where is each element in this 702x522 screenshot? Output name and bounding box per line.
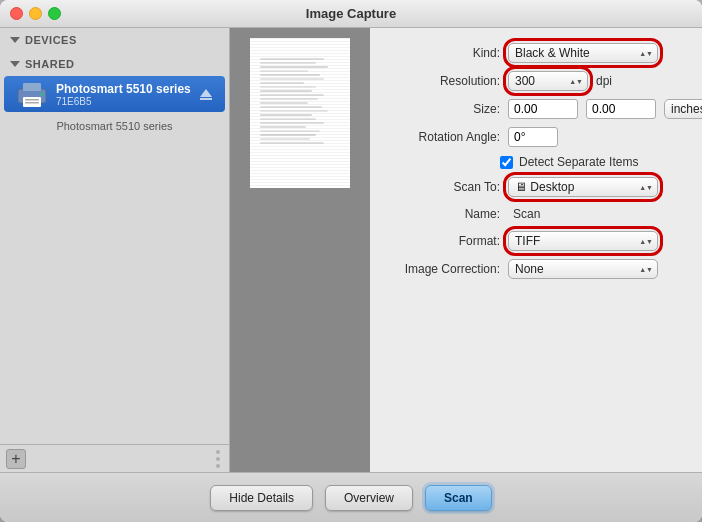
resize-handle[interactable] bbox=[213, 449, 223, 469]
size-width-input[interactable] bbox=[508, 99, 578, 119]
size-unit-wrapper: inches cm bbox=[664, 99, 702, 119]
preview-line bbox=[260, 82, 304, 84]
printer-icon bbox=[16, 81, 48, 107]
shared-section-header: SHARED bbox=[0, 52, 229, 76]
preview-line bbox=[260, 134, 316, 136]
preview-line bbox=[260, 70, 308, 72]
preview-line bbox=[260, 106, 322, 108]
minimize-button[interactable] bbox=[29, 7, 42, 20]
size-unit-select[interactable]: inches cm bbox=[664, 99, 702, 119]
dot bbox=[216, 450, 220, 454]
preview-line bbox=[260, 130, 320, 132]
rotation-label: Rotation Angle: bbox=[390, 130, 500, 144]
sidebar-footer: + bbox=[0, 444, 229, 472]
size-height-input[interactable] bbox=[586, 99, 656, 119]
preview-line bbox=[260, 98, 318, 100]
dpi-unit-label: dpi bbox=[596, 74, 612, 88]
scan-to-label: Scan To: bbox=[390, 180, 500, 194]
preview-line bbox=[260, 58, 324, 60]
scan-to-row: Scan To: 🖥 Desktop Documents Pictures bbox=[390, 177, 682, 197]
preview-content bbox=[260, 58, 340, 144]
devices-label: DEVICES bbox=[25, 34, 77, 46]
titlebar: Image Capture bbox=[0, 0, 702, 28]
rotation-row: Rotation Angle: bbox=[390, 127, 682, 147]
kind-select-wrapper: Black & White Color Grayscale bbox=[508, 43, 658, 63]
bottom-toolbar: Hide Details Overview Scan bbox=[0, 472, 702, 522]
scan-to-select-wrapper: 🖥 Desktop Documents Pictures bbox=[508, 177, 658, 197]
correction-select[interactable]: None Manual bbox=[508, 259, 658, 279]
svg-point-5 bbox=[40, 92, 44, 96]
preview-line bbox=[260, 66, 328, 68]
kind-label: Kind: bbox=[390, 46, 500, 60]
preview-line bbox=[260, 102, 308, 104]
resolution-select[interactable]: 300 150 600 bbox=[508, 71, 588, 91]
name-label: Name: bbox=[390, 207, 500, 221]
detect-label: Detect Separate Items bbox=[519, 155, 638, 169]
scan-button[interactable]: Scan bbox=[425, 485, 492, 511]
device-id: 71E6B5 bbox=[56, 96, 191, 107]
add-icon: + bbox=[11, 451, 20, 467]
detect-checkbox[interactable] bbox=[500, 156, 513, 169]
device-item-photosmart[interactable]: Photosmart 5510 series 71E6B5 bbox=[4, 76, 225, 112]
add-device-button[interactable]: + bbox=[6, 449, 26, 469]
settings-panel: Kind: Black & White Color Grayscale Reso… bbox=[370, 28, 702, 472]
preview-line bbox=[260, 86, 316, 88]
svg-marker-6 bbox=[200, 89, 212, 97]
preview-line bbox=[260, 62, 316, 64]
window-title: Image Capture bbox=[306, 6, 396, 21]
resize-dots bbox=[216, 450, 220, 468]
preview-line bbox=[260, 110, 328, 112]
maximize-button[interactable] bbox=[48, 7, 61, 20]
name-row: Name: Scan bbox=[390, 205, 682, 223]
svg-rect-7 bbox=[200, 98, 212, 100]
dot bbox=[216, 464, 220, 468]
rotation-input[interactable] bbox=[508, 127, 558, 147]
detect-row: Detect Separate Items bbox=[390, 155, 682, 169]
device-name: Photosmart 5510 series bbox=[56, 82, 191, 96]
svg-rect-4 bbox=[25, 102, 39, 104]
correction-row: Image Correction: None Manual bbox=[390, 259, 682, 279]
overview-button[interactable]: Overview bbox=[325, 485, 413, 511]
preview-line bbox=[260, 94, 324, 96]
size-row: Size: inches cm bbox=[390, 99, 682, 119]
preview-line bbox=[260, 78, 324, 80]
format-label: Format: bbox=[390, 234, 500, 248]
window-controls bbox=[10, 7, 61, 20]
svg-rect-3 bbox=[25, 99, 39, 101]
main-content: DEVICES SHARED Photosmart 5510 serie bbox=[0, 28, 702, 472]
kind-row: Kind: Black & White Color Grayscale bbox=[390, 43, 682, 63]
eject-icon bbox=[199, 87, 213, 101]
preview-line bbox=[260, 142, 324, 144]
shared-label: SHARED bbox=[25, 58, 74, 70]
devices-section-header: DEVICES bbox=[0, 28, 229, 52]
correction-label: Image Correction: bbox=[390, 262, 500, 276]
kind-select[interactable]: Black & White Color Grayscale bbox=[508, 43, 658, 63]
format-select-wrapper: TIFF JPEG PNG PDF bbox=[508, 231, 658, 251]
format-select[interactable]: TIFF JPEG PNG PDF bbox=[508, 231, 658, 251]
app-window: Image Capture DEVICES SHARED bbox=[0, 0, 702, 522]
format-row: Format: TIFF JPEG PNG PDF bbox=[390, 231, 682, 251]
dot bbox=[216, 457, 220, 461]
device-text: Photosmart 5510 series 71E6B5 bbox=[56, 82, 191, 107]
hide-details-button[interactable]: Hide Details bbox=[210, 485, 313, 511]
name-value: Scan bbox=[508, 205, 545, 223]
preview-line bbox=[260, 118, 316, 120]
preview-line bbox=[260, 74, 320, 76]
sidebar-device-label: Photosmart 5510 series bbox=[0, 112, 229, 140]
resolution-row: Resolution: 300 150 600 dpi bbox=[390, 71, 682, 91]
size-label: Size: bbox=[390, 102, 500, 116]
preview-page bbox=[250, 38, 350, 188]
close-button[interactable] bbox=[10, 7, 23, 20]
scan-to-select[interactable]: 🖥 Desktop Documents Pictures bbox=[508, 177, 658, 197]
preview-line bbox=[260, 126, 306, 128]
preview-line bbox=[260, 114, 312, 116]
resolution-select-wrapper: 300 150 600 bbox=[508, 71, 588, 91]
svg-rect-1 bbox=[23, 83, 41, 91]
sidebar: DEVICES SHARED Photosmart 5510 serie bbox=[0, 28, 230, 472]
shared-collapse-icon bbox=[10, 61, 20, 67]
sidebar-bottom: Photosmart 5510 series bbox=[0, 112, 229, 444]
preview-line bbox=[260, 138, 310, 140]
resolution-label: Resolution: bbox=[390, 74, 500, 88]
correction-select-wrapper: None Manual bbox=[508, 259, 658, 279]
preview-line bbox=[260, 122, 324, 124]
